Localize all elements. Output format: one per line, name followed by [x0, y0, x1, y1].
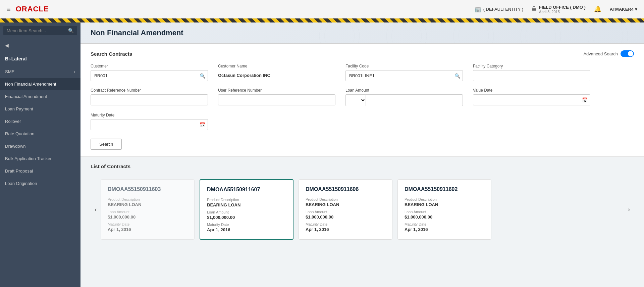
sidebar-search-bar[interactable]: 🔍 [3, 26, 77, 35]
notification-icon[interactable]: 🔔 [594, 5, 601, 13]
maturity-date-field: Maturity Date 📅 [91, 113, 208, 130]
facility-category-label: Facility Category [473, 64, 590, 68]
contract-card-2[interactable]: DMOAA55150911606 Product Description BEA… [299, 179, 392, 240]
warning-banner [0, 18, 644, 22]
sidebar-item-bulk-application-tracker-label: Bulk Application Tracker [5, 156, 52, 161]
search-button[interactable]: Search [91, 139, 122, 150]
facility-code-input-wrapper: 🔍 [345, 70, 463, 81]
maturity-date-input-wrapper: 📅 [91, 119, 208, 130]
user-caret-icon: ▾ [635, 7, 637, 12]
contract-loan-amount-2: $1,000,000.00 [306, 214, 385, 220]
entity-name: ( DEFAULTENTITY ) [483, 7, 523, 12]
user-menu[interactable]: ATMAKER4 ▾ [610, 7, 637, 12]
contract-maturity-label-0: Maturity Date [108, 222, 187, 226]
search-contracts-section: Search Contracts Advanced Search Custome… [80, 44, 644, 157]
facility-category-field: Facility Category [473, 64, 590, 81]
sidebar-category-bilateral[interactable]: Bi-Lateral [0, 52, 80, 65]
sidebar-item-sme-arrow: › [74, 69, 75, 74]
sidebar-item-drawdown-label: Drawdown [5, 144, 25, 149]
form-row-2: Contract Reference Number User Reference… [91, 88, 634, 106]
sidebar-item-sme[interactable]: SME › [0, 65, 80, 78]
carousel-prev-button[interactable]: ‹ [91, 176, 101, 243]
facility-code-field: Facility Code 🔍 [345, 64, 463, 81]
facility-code-search-icon[interactable]: 🔍 [454, 73, 460, 79]
sidebar-back-button[interactable]: ◀ [0, 39, 80, 52]
loan-amount-wrapper [345, 94, 463, 106]
facility-code-label: Facility Code [345, 64, 463, 68]
sidebar-item-rollover[interactable]: Rollover [0, 115, 80, 128]
sidebar-item-drawdown[interactable]: Drawdown [0, 140, 80, 152]
loan-amount-field: Loan Amount [345, 88, 463, 106]
customer-name-field: Customer Name Octasun Corporation INC [218, 64, 335, 81]
user-name-label: ATMAKER4 [610, 7, 634, 12]
contract-card-1[interactable]: DMOAA55150911607 Product Description BEA… [200, 179, 293, 240]
header-right: 🏢 ( DEFAULTENTITY ) 🏛 FIELD OFFICE ( DMO… [475, 5, 637, 14]
loan-amount-currency-select[interactable] [345, 94, 366, 106]
maturity-date-input[interactable] [91, 119, 208, 130]
contract-card-0[interactable]: DMOAA55150911603 Product Description BEA… [101, 179, 195, 240]
hamburger-icon[interactable]: ≡ [7, 5, 11, 13]
form-row-1: Customer 🔍 Customer Name Octasun Corpora… [91, 64, 634, 81]
field-office-date: April 3, 2015 [539, 10, 586, 14]
sidebar-item-financial-amendment-label: Financial Amendment [5, 94, 47, 99]
contracts-carousel: ‹ DMOAA55150911603 Product Description B… [91, 176, 634, 243]
facility-category-input[interactable] [473, 70, 590, 81]
customer-input[interactable] [91, 70, 208, 81]
contract-prod-desc-3: BEARING LOAN [405, 202, 484, 207]
sidebar-item-rollover-label: Rollover [5, 119, 21, 124]
sidebar-item-bulk-application-tracker[interactable]: Bulk Application Tracker [0, 152, 80, 165]
user-ref-input-wrapper [218, 94, 335, 105]
contract-loan-amount-1: $1,000,000.00 [207, 215, 286, 220]
sidebar-item-loan-origination[interactable]: Loan Origination [0, 177, 80, 190]
sidebar-item-loan-payment[interactable]: Loan Payment [0, 103, 80, 115]
back-arrow-icon: ◀ [5, 43, 9, 48]
contract-id-0: DMOAA55150911603 [108, 186, 187, 192]
sidebar-item-rate-quotation[interactable]: Rate Quotation [0, 128, 80, 140]
user-ref-field: User Reference Number [218, 88, 335, 106]
advanced-search-toggle[interactable]: Advanced Search [583, 50, 634, 57]
contract-loan-amount-label-3: Loan Amount [405, 210, 484, 214]
sidebar-search-input[interactable] [7, 28, 68, 33]
sidebar-category-label: Bi-Lateral [5, 56, 27, 61]
contract-maturity-3: Apr 1, 2016 [405, 227, 484, 232]
value-date-field: Value Date 📅 [473, 88, 590, 106]
user-ref-input[interactable] [218, 94, 335, 105]
contract-card-3[interactable]: DMOAA55150911602 Product Description BEA… [397, 179, 491, 240]
maturity-date-calendar-icon[interactable]: 📅 [200, 122, 205, 128]
sidebar: 🔍 ◀ Bi-Lateral SME › Non Financial Amend… [0, 22, 80, 287]
advanced-search-switch[interactable] [621, 50, 634, 57]
customer-field: Customer 🔍 [91, 64, 208, 81]
contract-prod-desc-2: BEARING LOAN [306, 202, 385, 207]
facility-code-input[interactable] [345, 70, 463, 81]
value-date-input[interactable] [473, 94, 590, 105]
top-header: ≡ ORACLE 🏢 ( DEFAULTENTITY ) 🏛 FIELD OFF… [0, 0, 644, 18]
user-ref-label: User Reference Number [218, 88, 335, 93]
loan-amount-input[interactable] [366, 94, 463, 106]
contract-maturity-label-2: Maturity Date [306, 222, 385, 226]
form-row-3: Maturity Date 📅 [91, 113, 634, 130]
contracts-section: List of Contracts ‹ DMOAA55150911603 Pro… [80, 157, 644, 250]
sidebar-item-draft-proposal[interactable]: Draft Proposal [0, 165, 80, 177]
customer-search-icon[interactable]: 🔍 [200, 73, 205, 79]
contract-maturity-label-3: Maturity Date [405, 222, 484, 226]
entity-building-icon: 🏢 [475, 6, 481, 12]
contract-ref-label: Contract Reference Number [91, 88, 208, 93]
sidebar-item-draft-proposal-label: Draft Proposal [5, 169, 33, 174]
sidebar-item-rate-quotation-label: Rate Quotation [5, 131, 34, 136]
contract-ref-field: Contract Reference Number [91, 88, 208, 106]
contract-prod-desc-1: BEARING LOAN [207, 202, 286, 207]
customer-input-wrapper: 🔍 [91, 70, 208, 81]
contract-maturity-0: Apr 1, 2016 [108, 227, 187, 232]
sidebar-item-financial-amendment[interactable]: Financial Amendment [0, 90, 80, 103]
contract-ref-input[interactable] [91, 94, 208, 105]
contract-ref-input-wrapper [91, 94, 208, 105]
field-office-text: FIELD OFFICE ( DMO ) April 3, 2015 [539, 5, 586, 14]
contract-maturity-label-1: Maturity Date [207, 223, 286, 227]
contract-maturity-1: Apr 1, 2016 [207, 227, 286, 232]
sidebar-search-icon: 🔍 [68, 28, 74, 33]
carousel-next-button[interactable]: › [624, 176, 634, 243]
field-office-icon: 🏛 [532, 6, 537, 12]
sidebar-item-non-financial-amendment[interactable]: Non Financial Amendment [0, 78, 80, 90]
value-date-calendar-icon[interactable]: 📅 [582, 97, 588, 103]
contract-prod-desc-label-3: Product Description [405, 197, 484, 201]
